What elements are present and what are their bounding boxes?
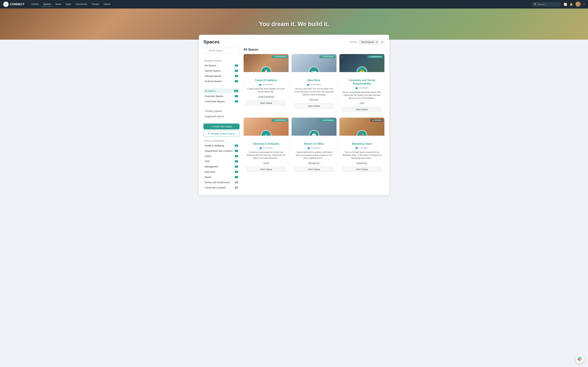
check-icon: ✓ — [369, 56, 370, 58]
new-hires-count: 1 — [235, 171, 238, 173]
sidebar-item-trending[interactable]: Trending Spaces — [203, 109, 240, 114]
top-navigation: S CONNECT Activity Spaces News Apps Docu… — [0, 0, 588, 8]
sidebar-cat-travel[interactable]: Travel and Locations 0 — [203, 185, 240, 190]
card-name-diversity: Diversity & Inclusion — [246, 142, 286, 146]
global-search[interactable]: 🔍 Search... — [532, 2, 561, 7]
search-wrapper: 🔍 — [203, 48, 240, 57]
card-icon-covid: 📢 — [261, 67, 271, 72]
card-members-covid: 👥 19 members — [246, 83, 286, 86]
card-name-new-hires: New Hires — [294, 79, 334, 82]
sort-select[interactable]: Most PopularNewestAlphabetical — [359, 40, 378, 44]
my-spaces-label: My Spaces — [205, 64, 216, 67]
card-desc-diversity: Everyone is encouraged to be their true … — [246, 151, 286, 159]
card-tag-csr: CSR — [358, 102, 365, 105]
open-space-covid[interactable]: Open Space — [246, 100, 286, 106]
sidebar-cat-departments[interactable]: Departments and Locations 2 — [203, 149, 240, 153]
sidebar-divider-3 — [203, 121, 240, 121]
grid-toggle-button[interactable]: ⊞ — [380, 40, 385, 44]
check-icon: ✓ — [273, 56, 275, 58]
card-desc-rto: A space dedicated to updates, informatio… — [294, 151, 334, 159]
manage-default-spaces-label: Manage Default Spaces — [211, 132, 235, 135]
star-icon-rto[interactable]: ☆ — [293, 119, 295, 123]
sidebar-item-my-spaces[interactable]: My Spaces 8 — [203, 63, 240, 68]
card-members-csr: 👥 4 members — [342, 87, 382, 89]
card-members-new-hires: 👥 19 members — [294, 83, 334, 86]
people-icon: 👥 — [355, 147, 358, 149]
manage-spaces-label: Manage Spaces — [205, 75, 221, 77]
space-card-diversity: ☆ ✓ CORPORATE ⚛ Diversity & Inclusion — [243, 117, 289, 175]
sidebar-cat-events[interactable]: Events and Conferences 0 — [203, 180, 240, 185]
create-new-space-button[interactable]: + Create New Space — [203, 124, 240, 129]
nav-people[interactable]: People — [90, 2, 101, 7]
open-space-new-hires[interactable]: Open Space — [294, 103, 334, 109]
open-space-marketing[interactable]: Open Space — [342, 167, 382, 172]
open-space-csr[interactable]: Open Space — [342, 107, 382, 112]
star-icon-covid[interactable]: ☆ — [245, 55, 248, 59]
nav-documents[interactable]: Documents — [74, 2, 89, 7]
app-logo[interactable]: S CONNECT — [3, 2, 25, 7]
spaces-grid-area: All Spaces ☆ ✓ CORPORATE 📢 — [243, 48, 385, 190]
notifications-icon[interactable]: 🔔 — [570, 3, 573, 6]
sidebar-item-starred-spaces[interactable]: Starred Spaces 3 — [203, 68, 240, 73]
check-icon: ✓ — [273, 119, 275, 121]
health-wellbeing-label: Health & Wellbeing — [205, 144, 224, 147]
activity-icon[interactable]: 📈 — [564, 3, 567, 6]
content-layout: 🔍 BROWSE SPACES My Spaces 8 Starred Spac… — [203, 48, 385, 190]
card-body-csr: Corporate and Social Responsibility 👥 4 … — [339, 72, 384, 115]
departments-count: 2 — [235, 150, 238, 152]
nav-spaces[interactable]: Spaces — [41, 2, 53, 7]
sidebar-item-archived-spaces[interactable]: Archived Spaces 1 — [203, 79, 240, 84]
manage-default-spaces-button[interactable]: ⚙ Manage Default Spaces — [203, 131, 240, 137]
gear-icon: ⚙ — [208, 132, 210, 135]
spaces-card: Spaces Sort by: Most PopularNewestAlphab… — [199, 35, 389, 195]
card-body-diversity: Diversity & Inclusion 👥 3 members Everyo… — [244, 136, 289, 175]
nav-links: Activity Spaces News Apps Documents Peop… — [29, 2, 532, 7]
nav-apps[interactable]: Apps — [64, 2, 73, 7]
card-desc-new-hires: Are you a new hire? You are not alone! J… — [294, 87, 334, 96]
nav-right: 🔍 Search... 📈 🔔 U ▾ — [532, 2, 585, 7]
sidebar-item-all-spaces[interactable]: All Spaces 10 — [203, 88, 240, 93]
departments-label: Departments and Locations — [205, 150, 233, 152]
community-spaces-label: Community Spaces — [205, 100, 225, 103]
sidebar-item-suggested[interactable]: Suggested Spaces — [203, 114, 240, 119]
nav-activity[interactable]: Activity — [29, 2, 41, 7]
slack-fab[interactable] — [576, 355, 584, 363]
open-space-diversity[interactable]: Open Space — [246, 167, 286, 172]
all-spaces-label: All Spaces — [205, 90, 216, 92]
sort-label: Sort by: — [350, 41, 357, 43]
check-icon: ✓ — [321, 119, 322, 121]
sidebar-cat-csr[interactable]: CSR 1 — [203, 159, 240, 164]
open-space-rto[interactable]: Open Space — [294, 167, 334, 172]
all-spaces-count: 10 — [234, 90, 238, 92]
sidebar-cat-new-hires[interactable]: New Hires 1 — [203, 169, 240, 174]
nav-values[interactable]: Values — [102, 2, 112, 7]
search-spaces-input[interactable] — [203, 48, 240, 53]
card-name-covid: Covid-19 Updates — [246, 79, 286, 82]
star-icon-diversity[interactable]: ☆ — [245, 119, 248, 123]
card-tag-marketing: Departments — [355, 162, 369, 165]
chevron-down-icon[interactable]: ▾ — [583, 3, 585, 6]
card-icon-wrap-marketing: 🎉 — [357, 130, 367, 136]
social-count: 2 — [235, 155, 238, 157]
nav-news[interactable]: News — [53, 2, 63, 7]
sidebar-divider-1 — [203, 86, 240, 86]
star-icon-csr[interactable]: ☆ — [341, 55, 343, 59]
sidebar-divider-2 — [203, 106, 240, 106]
card-icon-rto: 💬 — [309, 130, 319, 136]
star-icon-new-hires[interactable]: ☆ — [293, 55, 295, 59]
card-image-rto: ☆ ✓ CORPORATE 💬 — [292, 118, 337, 136]
sidebar-item-manage-spaces[interactable]: Manage Spaces 6 — [203, 74, 240, 78]
space-card-rto: ☆ ✓ CORPORATE 💬 Return to Office — [291, 117, 337, 175]
sidebar-cat-sports[interactable]: Sports 1 — [203, 175, 240, 180]
csr-label: CSR — [205, 160, 210, 163]
user-avatar[interactable]: U — [576, 2, 581, 7]
sidebar-cat-social[interactable]: Social 2 — [203, 154, 240, 158]
sidebar-cat-health[interactable]: Health & Wellbeing 3 — [203, 143, 240, 148]
sidebar-cat-management[interactable]: Management 1 — [203, 164, 240, 169]
people-icon: 👥 — [259, 147, 262, 149]
sidebar-item-community-spaces[interactable]: Community Spaces 5 — [203, 99, 240, 104]
health-wellbeing-count: 3 — [235, 144, 238, 147]
app-name: CONNECT — [10, 3, 25, 6]
space-categories-title: SPACE CATEGORIES — [203, 140, 240, 142]
sidebar-item-corporate-spaces[interactable]: Corporate Spaces 5 — [203, 94, 240, 99]
